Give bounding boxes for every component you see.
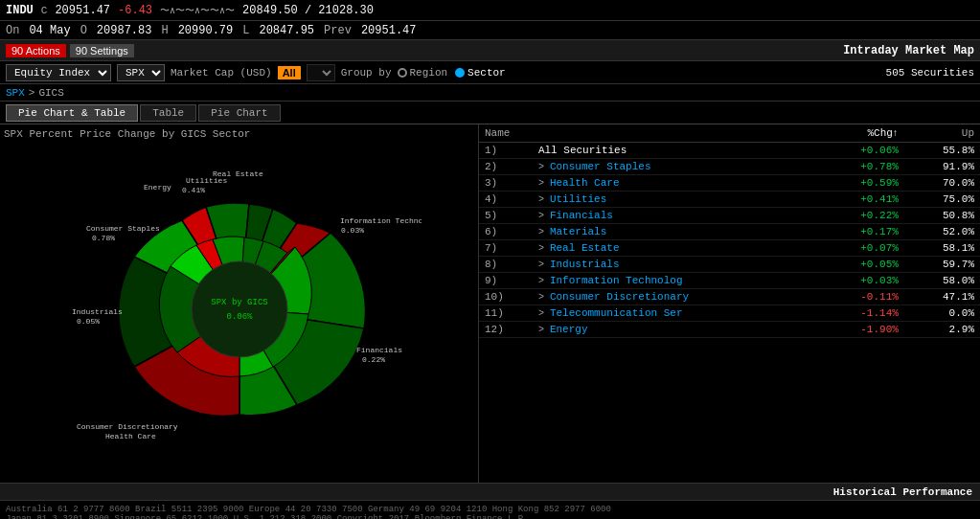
expand-arrow: > — [538, 260, 550, 270]
actions-button[interactable]: 90 Actions — [6, 44, 66, 57]
pie-center-value: 0.06% — [226, 312, 253, 322]
sector-name[interactable]: > Real Estate — [533, 240, 817, 257]
sector-name[interactable]: > Information Technolog — [533, 273, 817, 289]
expand-arrow: > — [538, 211, 550, 221]
l-value: 20847.95 — [259, 24, 314, 37]
row-number: 8) — [479, 257, 533, 273]
c-label: C — [41, 5, 48, 16]
table-row[interactable]: 10)> Consumer Discretionary-0.11%47.1% — [479, 289, 980, 305]
label-energy: Energy — [144, 183, 171, 192]
breadcrumb: SPX > GICS — [0, 84, 980, 102]
table-row[interactable]: 9)> Information Technolog+0.03%58.0% — [479, 273, 980, 289]
up-pct: 59.7% — [904, 257, 980, 273]
label-utilities-val: 0.41% — [182, 186, 205, 194]
region-radio-dot — [398, 68, 407, 78]
up-pct: 58.1% — [904, 240, 980, 257]
ticker-symbol: INDU — [6, 4, 34, 17]
sector-label: Sector — [467, 67, 506, 79]
equity-index-select[interactable]: Equity Index — [6, 64, 111, 81]
row-number: 2) — [479, 159, 533, 175]
table-row[interactable]: 4)> Utilities+0.41%75.0% — [479, 192, 980, 208]
all-filter-button[interactable]: All — [278, 66, 301, 79]
sector-name[interactable]: > Energy — [533, 322, 817, 338]
pct-change: +0.07% — [817, 240, 904, 257]
pct-change: +0.17% — [817, 224, 904, 240]
table-row[interactable]: 8)> Industrials+0.05%59.7% — [479, 257, 980, 273]
pct-change: -0.11% — [817, 289, 904, 305]
tab-pie-chart[interactable]: Pie Chart — [198, 104, 280, 122]
table-row[interactable]: 1)All Securities+0.06%55.8% — [479, 143, 980, 159]
sector-name[interactable]: > Materials — [533, 224, 817, 240]
bottom-line2: Japan 81 3 3201 8900 Singapore 65 6212 1… — [6, 514, 974, 520]
ticker-bar-1: INDU C 20951.47 -6.43 〜∧〜〜∧〜〜∧〜 20849.50… — [0, 0, 980, 21]
breadcrumb-separator: > — [29, 87, 35, 99]
table-row[interactable]: 3)> Health Care+0.59%70.0% — [479, 175, 980, 192]
table-row[interactable]: 5)> Financials+0.22%50.8% — [479, 208, 980, 224]
sector-name[interactable]: All Securities — [533, 143, 817, 159]
row-number: 3) — [479, 175, 533, 192]
sector-name[interactable]: > Consumer Staples — [533, 159, 817, 175]
row-number: 1) — [479, 143, 533, 159]
pie-container: SPX by GICS 0.06% Information Technology… — [4, 144, 474, 475]
cap-filter-select[interactable] — [307, 64, 335, 81]
label-financials: Financials — [356, 346, 402, 354]
table-row[interactable]: 2)> Consumer Staples+0.78%91.9% — [479, 159, 980, 175]
up-pct: 75.0% — [904, 192, 980, 208]
settings-button[interactable]: 90 Settings — [70, 44, 134, 57]
table-row[interactable]: 7)> Real Estate+0.07%58.1% — [479, 240, 980, 257]
expand-arrow: > — [538, 162, 550, 172]
prev-value: 20951.47 — [361, 24, 417, 37]
trade-date: 04 May — [29, 24, 70, 37]
up-header[interactable]: Up — [904, 124, 980, 143]
actions-bar: 90 Actions 90 Settings Intraday Market M… — [0, 40, 980, 61]
breadcrumb-root[interactable]: SPX — [6, 87, 25, 99]
o-label: O — [80, 24, 87, 37]
row-number: 6) — [479, 224, 533, 240]
tab-table[interactable]: Table — [140, 104, 196, 122]
row-number: 9) — [479, 273, 533, 289]
name-header[interactable]: Name — [479, 124, 817, 143]
pct-chg-header[interactable]: %Chg↑ — [817, 124, 904, 143]
table-row[interactable]: 11)> Telecommunication Ser-1.14%0.0% — [479, 305, 980, 322]
sector-name[interactable]: > Utilities — [533, 192, 817, 208]
bottom-bar: Australia 61 2 9777 8600 Brazil 5511 239… — [0, 500, 980, 519]
tab-pie-chart-and-table[interactable]: Pie Chart & Table — [6, 104, 138, 122]
expand-arrow: > — [538, 178, 550, 189]
ticker-range: 20849.50 / 21028.30 — [242, 4, 374, 17]
up-pct: 2.9% — [904, 322, 980, 338]
expand-arrow: > — [538, 243, 550, 254]
table-row[interactable]: 12)> Energy-1.90%2.9% — [479, 322, 980, 338]
table-header-row: Name %Chg↑ Up — [479, 124, 980, 143]
spx-select[interactable]: SPX — [117, 64, 165, 81]
sector-name[interactable]: > Financials — [533, 208, 817, 224]
pct-change: +0.05% — [817, 257, 904, 273]
sector-name[interactable]: > Consumer Discretionary — [533, 289, 817, 305]
sector-name[interactable]: > Industrials — [533, 257, 817, 273]
actions-left: 90 Actions 90 Settings — [6, 44, 134, 57]
sector-radio[interactable]: Sector — [455, 67, 506, 79]
row-number: 10) — [479, 289, 533, 305]
region-radio[interactable]: Region — [398, 67, 448, 79]
label-info-tech-val: 0.03% — [341, 226, 364, 235]
up-pct: 47.1% — [904, 289, 980, 305]
pct-change: +0.41% — [817, 192, 904, 208]
sector-radio-dot — [455, 68, 465, 78]
bottom-line1: Australia 61 2 9777 8600 Brazil 5511 239… — [6, 505, 974, 514]
label-consumer-disc: Consumer Discretionary — [77, 422, 178, 431]
pct-change: -1.90% — [817, 322, 904, 338]
up-pct: 58.0% — [904, 273, 980, 289]
table-area: Name %Chg↑ Up 1)All Securities+0.06%55.8… — [479, 124, 980, 483]
ticker-bar-2: On 04 May O 20987.83 H 20990.79 L 20847.… — [0, 21, 980, 40]
pct-change: +0.06% — [817, 143, 904, 159]
expand-arrow: > — [538, 227, 550, 237]
historical-performance-bar[interactable]: Historical Performance — [0, 483, 980, 500]
row-number: 12) — [479, 322, 533, 338]
sector-name[interactable]: > Health Care — [533, 175, 817, 192]
o-value: 20987.83 — [97, 24, 152, 37]
region-label: Region — [410, 67, 448, 79]
pct-change: -1.14% — [817, 305, 904, 322]
table-row[interactable]: 6)> Materials+0.17%52.0% — [479, 224, 980, 240]
sector-name[interactable]: > Telecommunication Ser — [533, 305, 817, 322]
market-cap-label: Market Cap (USD) — [171, 67, 272, 79]
label-real-estate: Real Estate — [213, 169, 263, 178]
